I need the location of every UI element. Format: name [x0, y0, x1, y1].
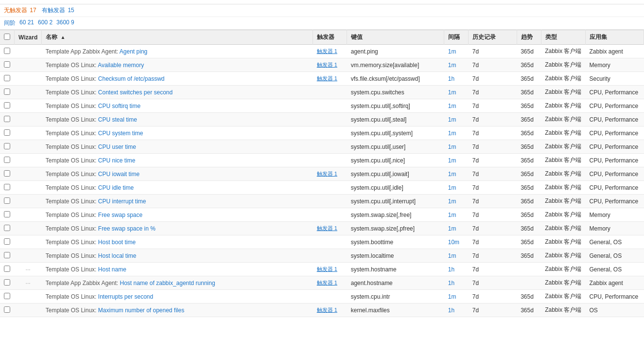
- row-checkbox-cell[interactable]: [0, 167, 15, 181]
- row-checkbox-cell[interactable]: [0, 126, 15, 140]
- row-name-prefix[interactable]: Template OS Linux:: [46, 198, 98, 205]
- row-name[interactable]: Template OS Linux: Host boot time: [42, 235, 313, 249]
- row-name[interactable]: Template OS Linux: Host local time: [42, 249, 313, 263]
- row-checkbox-cell[interactable]: [0, 263, 15, 276]
- row-checkbox[interactable]: [4, 279, 10, 286]
- row-trigger[interactable]: 触发器 1: [313, 263, 347, 276]
- select-all-checkbox[interactable]: [4, 34, 10, 40]
- row-checkbox-cell[interactable]: [0, 290, 15, 304]
- trigger-link[interactable]: 触发器 1: [317, 48, 337, 54]
- row-name[interactable]: Template OS Linux: CPU interrupt time: [42, 195, 313, 208]
- row-checkbox-cell[interactable]: [0, 72, 15, 86]
- row-name-prefix[interactable]: Template OS Linux:: [46, 75, 98, 82]
- row-name-prefix[interactable]: Template OS Linux:: [46, 252, 98, 259]
- row-name-link[interactable]: Maximum number of opened files: [98, 307, 184, 314]
- row-checkbox[interactable]: [4, 293, 10, 299]
- row-name-prefix[interactable]: Template OS Linux:: [46, 157, 98, 164]
- row-name-link[interactable]: CPU user time: [98, 143, 136, 150]
- row-name[interactable]: Template OS Linux: Available memory: [42, 58, 313, 72]
- row-checkbox[interactable]: [4, 116, 10, 122]
- row-checkbox-cell[interactable]: [0, 154, 15, 167]
- trigger-link[interactable]: 触发器 1: [317, 62, 337, 68]
- row-name[interactable]: Template OS Linux: Maximum number of ope…: [42, 304, 313, 317]
- trigger-link[interactable]: 触发器 1: [317, 171, 337, 177]
- row-checkbox[interactable]: [4, 48, 10, 54]
- trigger-link[interactable]: 触发器 1: [317, 75, 337, 81]
- row-name-link[interactable]: Host local time: [98, 252, 137, 259]
- row-name[interactable]: Template OS Linux: Host name: [42, 263, 313, 276]
- row-name-prefix[interactable]: Template OS Linux:: [46, 293, 98, 300]
- row-name-link[interactable]: CPU steal time: [98, 116, 137, 123]
- row-name-prefix[interactable]: Template App Zabbix Agent:: [46, 48, 120, 55]
- row-name[interactable]: Template OS Linux: CPU steal time: [42, 113, 313, 126]
- row-name-prefix[interactable]: Template OS Linux:: [46, 171, 98, 178]
- row-name-link[interactable]: Agent ping: [120, 48, 147, 55]
- row-checkbox-cell[interactable]: [0, 86, 15, 99]
- row-dots[interactable]: ···: [15, 263, 42, 276]
- row-name-link[interactable]: CPU nice time: [98, 157, 136, 164]
- row-name-prefix[interactable]: Template OS Linux:: [46, 212, 98, 218]
- row-checkbox[interactable]: [4, 306, 10, 313]
- row-trigger[interactable]: 触发器 1: [313, 304, 347, 317]
- row-checkbox[interactable]: [4, 184, 10, 190]
- row-checkbox[interactable]: [4, 252, 10, 258]
- row-checkbox[interactable]: [4, 238, 10, 245]
- row-name-link[interactable]: CPU idle time: [98, 184, 134, 191]
- row-name-link[interactable]: CPU interrupt time: [98, 198, 146, 205]
- row-checkbox[interactable]: [4, 225, 10, 231]
- row-name-prefix[interactable]: Template OS Linux:: [46, 62, 98, 69]
- row-trigger[interactable]: 触发器 1: [313, 222, 347, 235]
- row-checkbox-cell[interactable]: [0, 235, 15, 249]
- row-name[interactable]: Template OS Linux: CPU nice time: [42, 154, 313, 167]
- row-trigger[interactable]: 触发器 1: [313, 58, 347, 72]
- row-name-prefix[interactable]: Template OS Linux:: [46, 266, 98, 273]
- row-name[interactable]: Template OS Linux: CPU softirq time: [42, 99, 313, 113]
- row-checkbox[interactable]: [4, 89, 10, 95]
- row-dots[interactable]: ···: [15, 276, 42, 290]
- row-name[interactable]: Template OS Linux: Free swap space: [42, 208, 313, 222]
- row-checkbox[interactable]: [4, 197, 10, 204]
- row-name[interactable]: Template OS Linux: Checksum of /etc/pass…: [42, 72, 313, 86]
- row-checkbox-cell[interactable]: [0, 276, 15, 290]
- row-name[interactable]: Template OS Linux: Interrupts per second: [42, 290, 313, 304]
- row-name-link[interactable]: Checksum of /etc/passwd: [98, 75, 165, 82]
- row-checkbox[interactable]: [4, 211, 10, 217]
- row-name-prefix[interactable]: Template OS Linux:: [46, 239, 98, 246]
- row-name-prefix[interactable]: Template App Zabbix Agent:: [46, 280, 120, 286]
- row-checkbox-cell[interactable]: [0, 304, 15, 317]
- row-checkbox-cell[interactable]: [0, 249, 15, 263]
- row-name[interactable]: Template OS Linux: CPU user time: [42, 140, 313, 154]
- trigger-link[interactable]: 触发器 1: [317, 280, 337, 286]
- row-name-prefix[interactable]: Template OS Linux:: [46, 89, 98, 96]
- row-name[interactable]: Template OS Linux: CPU system time: [42, 126, 313, 140]
- row-name-prefix[interactable]: Template OS Linux:: [46, 103, 98, 109]
- row-trigger[interactable]: 触发器 1: [313, 167, 347, 181]
- row-checkbox[interactable]: [4, 61, 10, 68]
- row-checkbox[interactable]: [4, 75, 10, 81]
- row-checkbox-cell[interactable]: [0, 45, 15, 58]
- row-name[interactable]: Template OS Linux: CPU iowait time: [42, 167, 313, 181]
- row-name[interactable]: Template App Zabbix Agent: Host name of …: [42, 276, 313, 290]
- row-checkbox-cell[interactable]: [0, 208, 15, 222]
- row-trigger[interactable]: 触发器 1: [313, 276, 347, 290]
- row-name-prefix[interactable]: Template OS Linux:: [46, 130, 98, 137]
- row-trigger[interactable]: 触发器 1: [313, 72, 347, 86]
- row-checkbox-cell[interactable]: [0, 58, 15, 72]
- row-checkbox-cell[interactable]: [0, 222, 15, 235]
- col-name[interactable]: 名称 ▲: [42, 30, 313, 45]
- row-name-prefix[interactable]: Template OS Linux:: [46, 307, 98, 314]
- row-name-link[interactable]: Free swap space in %: [98, 225, 156, 232]
- row-name-prefix[interactable]: Template OS Linux:: [46, 184, 98, 191]
- row-name-link[interactable]: CPU softirq time: [98, 103, 140, 109]
- row-checkbox[interactable]: [4, 129, 10, 136]
- row-name[interactable]: Template OS Linux: Free swap space in %: [42, 222, 313, 235]
- trigger-link[interactable]: 触发器 1: [317, 266, 337, 272]
- row-checkbox[interactable]: [4, 266, 10, 272]
- row-name-link[interactable]: Available memory: [98, 62, 144, 69]
- row-name[interactable]: Template OS Linux: Context switches per …: [42, 86, 313, 99]
- row-name-prefix[interactable]: Template OS Linux:: [46, 143, 98, 150]
- row-name[interactable]: Template App Zabbix Agent: Agent ping: [42, 45, 313, 58]
- trigger-link[interactable]: 触发器 1: [317, 225, 337, 231]
- row-checkbox-cell[interactable]: [0, 99, 15, 113]
- row-checkbox-cell[interactable]: [0, 140, 15, 154]
